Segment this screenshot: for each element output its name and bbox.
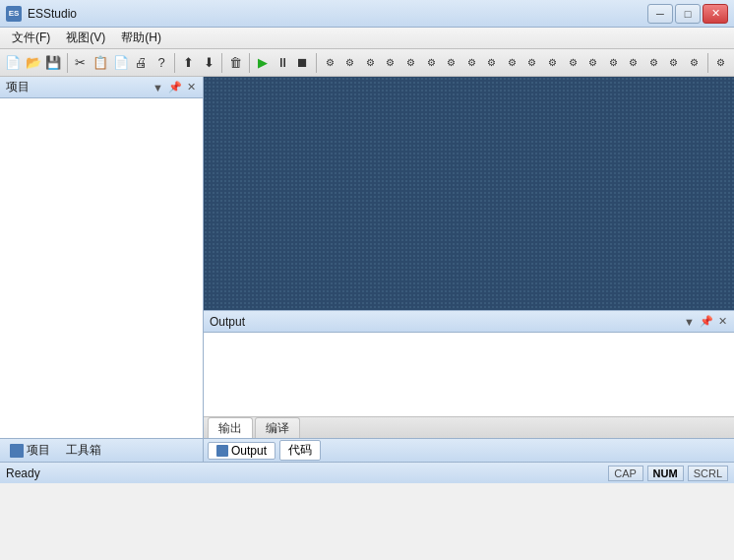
toolbar-t5[interactable]: ⚙ — [401, 52, 420, 74]
toolbar-pause[interactable]: ⏸ — [274, 52, 292, 74]
output-title: Output — [210, 315, 245, 329]
toolbar-t3[interactable]: ⚙ — [361, 52, 380, 74]
output-close-btn[interactable]: ✕ — [717, 314, 728, 329]
toolbar-t13[interactable]: ⚙ — [564, 52, 582, 74]
toolbar-t18[interactable]: ⚙ — [665, 52, 684, 74]
output-tabs: 输出 编译 — [204, 416, 734, 438]
toolbar-t16[interactable]: ⚙ — [624, 52, 642, 74]
right-bottom-tabs: Output 代码 — [204, 439, 734, 462]
sidebar-content — [0, 98, 203, 438]
toolbar-stop[interactable]: ⏹ — [294, 52, 313, 74]
output-header-btns: ▼ 📌 ✕ — [683, 314, 728, 329]
toolbar-t1[interactable]: ⚙ — [321, 52, 339, 74]
output-header: Output ▼ 📌 ✕ — [204, 311, 734, 333]
sidebar-title: 项目 — [6, 79, 30, 95]
toolbar-down[interactable]: ⬇ — [200, 52, 218, 74]
project-tab-label: 项目 — [27, 442, 50, 459]
menu-bar: 文件(F) 视图(V) 帮助(H) — [0, 28, 734, 49]
toolbox-tab-label: 工具箱 — [66, 442, 101, 459]
minimize-button[interactable]: ─ — [647, 4, 673, 24]
bottom-tabs-area: 项目 工具箱 Output 代码 — [0, 438, 734, 462]
toolbar-save[interactable]: 💾 — [44, 52, 63, 74]
maximize-button[interactable]: □ — [675, 4, 701, 24]
toolbar-t11[interactable]: ⚙ — [523, 52, 542, 74]
toolbar-t15[interactable]: ⚙ — [604, 52, 623, 74]
toolbar: 📄 📂 💾 ✂ 📋 📄 🖨 ? ⬆ ⬇ 🗑 ▶ ⏸ ⏹ ⚙ ⚙ ⚙ ⚙ ⚙ ⚙ … — [0, 49, 734, 77]
sidebar-header: 项目 ▼ 📌 ✕ — [0, 77, 203, 98]
right-tab-output[interactable]: Output — [208, 442, 275, 460]
output-content — [204, 333, 734, 416]
output-tab-compile[interactable]: 编译 — [255, 417, 300, 439]
toolbar-t17[interactable]: ⚙ — [644, 52, 663, 74]
scrl-indicator: SCRL — [688, 466, 728, 481]
close-button[interactable]: ✕ — [703, 4, 728, 24]
sidebar-bottom-tabs: 项目 工具箱 — [0, 439, 204, 462]
toolbar-up[interactable]: ⬆ — [179, 52, 198, 74]
content-area: 项目 ▼ 📌 ✕ Output ▼ 📌 ✕ 输出 — [0, 77, 734, 438]
toolbar-t12[interactable]: ⚙ — [543, 52, 562, 74]
toolbar-new[interactable]: 📄 — [4, 52, 23, 74]
menu-help[interactable]: 帮助(H) — [113, 28, 169, 48]
sidebar-dropdown-btn[interactable]: ▼ — [152, 81, 164, 94]
app-icon-text: ES — [9, 9, 20, 18]
toolbar-delete[interactable]: 🗑 — [226, 52, 245, 74]
title-bar-left: ES ESStudio — [6, 6, 77, 22]
toolbar-t14[interactable]: ⚙ — [583, 52, 602, 74]
toolbar-run[interactable]: ▶ — [254, 52, 273, 74]
editor-area[interactable] — [204, 77, 734, 310]
toolbar-sep-1 — [67, 53, 68, 73]
menu-file[interactable]: 文件(F) — [4, 28, 58, 48]
toolbar-t4[interactable]: ⚙ — [382, 52, 400, 74]
menu-view[interactable]: 视图(V) — [58, 28, 113, 48]
toolbar-t6[interactable]: ⚙ — [422, 52, 441, 74]
sidebar-header-btns: ▼ 📌 ✕ — [152, 80, 197, 94]
right-tab-output-icon — [216, 445, 228, 457]
toolbar-t7[interactable]: ⚙ — [442, 52, 460, 74]
sidebar-tab-toolbox[interactable]: 工具箱 — [60, 441, 107, 460]
output-pin-btn[interactable]: 📌 — [699, 314, 714, 329]
toolbar-sep-6 — [707, 53, 708, 73]
toolbar-cut[interactable]: ✂ — [72, 52, 91, 74]
right-tab-code-label: 代码 — [288, 442, 312, 459]
right-panel: Output ▼ 📌 ✕ 输出 编译 — [204, 77, 734, 438]
output-tab-output[interactable]: 输出 — [208, 417, 253, 439]
app-icon: ES — [6, 6, 22, 22]
toolbar-paste[interactable]: 📄 — [112, 52, 131, 74]
toolbar-t2[interactable]: ⚙ — [341, 52, 360, 74]
sidebar-close-btn[interactable]: ✕ — [186, 80, 197, 94]
title-bar-controls: ─ □ ✕ — [647, 4, 728, 24]
toolbar-copy[interactable]: 📋 — [92, 52, 110, 74]
toolbar-t9[interactable]: ⚙ — [483, 52, 502, 74]
sidebar: 项目 ▼ 📌 ✕ — [0, 77, 204, 438]
toolbar-t8[interactable]: ⚙ — [462, 52, 481, 74]
sidebar-pin-btn[interactable]: 📌 — [167, 80, 183, 94]
toolbar-sep-2 — [174, 53, 175, 73]
cap-indicator: CAP — [608, 466, 643, 481]
toolbar-t10[interactable]: ⚙ — [503, 52, 521, 74]
app-title: ESStudio — [28, 7, 77, 21]
project-tab-icon — [10, 444, 24, 458]
toolbar-sep-4 — [249, 53, 250, 73]
toolbar-sep-3 — [221, 53, 222, 73]
toolbar-more[interactable]: ⚙ — [712, 52, 731, 74]
num-indicator: NUM — [647, 466, 684, 481]
toolbar-print[interactable]: 🖨 — [132, 52, 151, 74]
right-tab-code[interactable]: 代码 — [279, 440, 321, 461]
toolbar-sep-5 — [316, 53, 317, 73]
toolbar-open[interactable]: 📂 — [25, 52, 43, 74]
output-panel: Output ▼ 📌 ✕ 输出 编译 — [204, 310, 734, 438]
status-indicators: CAP NUM SCRL — [608, 466, 728, 481]
status-bar: Ready CAP NUM SCRL — [0, 462, 734, 483]
output-dropdown-btn[interactable]: ▼ — [683, 315, 696, 329]
sidebar-tab-project[interactable]: 项目 — [4, 441, 56, 460]
right-tab-output-label: Output — [231, 444, 267, 458]
toolbar-help[interactable]: ? — [153, 52, 171, 74]
title-bar: ES ESStudio ─ □ ✕ — [0, 0, 734, 28]
status-text: Ready — [6, 467, 40, 480]
toolbar-t19[interactable]: ⚙ — [685, 52, 703, 74]
